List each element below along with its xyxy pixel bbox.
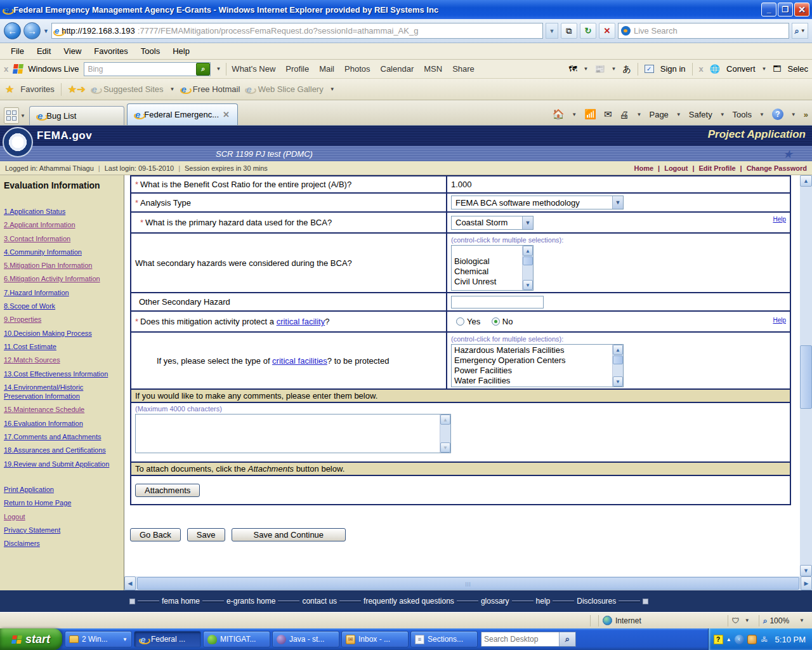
fema-brand[interactable]: FEMA.gov xyxy=(37,129,92,142)
footer-link[interactable]: Disclosures xyxy=(574,597,619,606)
address-dropdown[interactable]: ▼ xyxy=(546,23,558,39)
live-link[interactable]: Mail xyxy=(319,64,334,74)
desktop-search-icon[interactable]: ⌕ xyxy=(559,632,575,646)
select-link[interactable]: Selec xyxy=(787,64,808,74)
taskbar-group-windows[interactable]: 2 Win...▼ xyxy=(65,631,132,647)
stop-button[interactable]: ✕ xyxy=(599,23,615,39)
live-link[interactable]: Photos xyxy=(344,64,370,74)
go-back-button[interactable]: Go Back xyxy=(130,528,181,541)
footer-link[interactable]: frequently asked questions xyxy=(361,597,457,606)
sidebar-footer-item[interactable]: Privacy Statement xyxy=(4,526,120,534)
sidebar-item[interactable]: 3.Contact Information xyxy=(4,234,120,243)
save-and-continue-button[interactable]: Save and Continue xyxy=(232,528,346,541)
horizontal-scrollbar[interactable]: ◀ ||| ▶ xyxy=(124,576,812,590)
scroll-down-icon[interactable]: ▼ xyxy=(800,565,812,576)
scroll-up-icon[interactable]: ▲ xyxy=(523,246,533,256)
close-button[interactable]: ✕ xyxy=(794,3,809,17)
close-convert-icon[interactable]: x xyxy=(699,64,704,74)
live-search-box[interactable] xyxy=(618,23,789,39)
sidebar-footer-item[interactable]: Logout xyxy=(4,512,120,521)
page-menu[interactable]: Page xyxy=(649,110,668,119)
tab-close-icon[interactable]: ✕ xyxy=(223,110,230,119)
live-link[interactable]: What's New xyxy=(232,64,275,74)
footer-link[interactable]: help xyxy=(534,597,553,606)
vertical-scrollbar[interactable]: ▲ ▼ xyxy=(800,175,812,576)
listbox-scrollbar[interactable]: ▲ ▼ xyxy=(522,246,533,290)
listbox-option[interactable]: Emergency Operation Centers xyxy=(454,355,610,366)
sidebar-item[interactable]: 4.Community Information xyxy=(4,248,120,256)
taskbar-item-mitigation[interactable]: MITIGAT... xyxy=(203,631,270,647)
radio-yes[interactable] xyxy=(456,317,464,326)
sidebar-item[interactable]: 14.Environmental/Historic Preservation I… xyxy=(4,383,120,401)
listbox-scrollbar[interactable]: ▲ ▼ xyxy=(612,345,623,387)
tray-back-icon[interactable]: ‹ xyxy=(735,635,744,644)
radio-yes-label[interactable]: Yes xyxy=(467,317,480,326)
search-options-dropdown[interactable]: ▼ xyxy=(801,28,806,34)
zoom-level[interactable]: 100% xyxy=(769,616,789,625)
compatibility-view-icon[interactable]: ⧉ xyxy=(561,23,577,39)
listbox-option[interactable]: Civil Unrest xyxy=(454,277,520,287)
sign-in-link[interactable]: Sign in xyxy=(660,64,686,74)
desktop-search-input[interactable] xyxy=(481,635,559,644)
home-icon[interactable]: 🏠 xyxy=(553,109,565,120)
listbox-option[interactable]: Biological xyxy=(454,256,520,267)
taskbar-item-java[interactable]: Java - st... xyxy=(272,631,339,647)
live-search-input[interactable] xyxy=(634,26,786,36)
footer-link[interactable]: fema home xyxy=(159,597,202,606)
sidebar-item[interactable]: 9.Properties xyxy=(4,315,120,324)
add-favorite-icon[interactable]: ★➔ xyxy=(68,83,86,95)
bing-dropdown[interactable]: ▼ xyxy=(216,66,221,72)
tab-list-dropdown[interactable]: ▼ xyxy=(20,113,25,119)
chevron-down-icon[interactable]: ▼ xyxy=(522,216,533,229)
scroll-left-icon[interactable]: ◀ xyxy=(124,576,136,590)
sidebar-footer-item[interactable]: Return to Home Page xyxy=(4,498,120,507)
scroll-up-icon[interactable]: ▲ xyxy=(613,345,623,355)
live-link[interactable]: Calendar xyxy=(381,64,414,74)
live-link[interactable]: MSN xyxy=(424,64,442,74)
refresh-button[interactable]: ↻ xyxy=(580,23,596,39)
sidebar-item[interactable]: 5.Mitigation Plan Information xyxy=(4,261,120,270)
attachments-button[interactable]: Attachments xyxy=(135,484,200,497)
bing-search-box[interactable]: ⌕ xyxy=(84,62,211,76)
tab-bug-list[interactable]: e Bug List xyxy=(29,106,124,125)
scrollbar-thumb[interactable] xyxy=(800,345,812,409)
print-icon[interactable]: 🖨 xyxy=(620,109,629,120)
sidebar-item[interactable]: 1.Application Status xyxy=(4,207,120,216)
taskbar-item-inbox[interactable]: ✉Inbox - ... xyxy=(341,631,409,647)
live-link[interactable]: Profile xyxy=(285,64,309,74)
radio-no[interactable] xyxy=(492,317,500,326)
quick-tabs-icon[interactable] xyxy=(4,107,19,124)
comments-textarea[interactable] xyxy=(136,415,440,453)
close-toolbar-icon[interactable]: x xyxy=(4,64,8,74)
analysis-type-select[interactable]: FEMA BCA software methodology▼ xyxy=(451,196,624,209)
menu-item[interactable]: File xyxy=(5,44,30,58)
group-dropdown-icon[interactable]: ▼ xyxy=(122,637,128,642)
restore-button[interactable]: ❐ xyxy=(778,3,793,17)
feeds-icon[interactable]: 📶 xyxy=(584,109,596,120)
sidebar-item[interactable]: 6.Mitigation Activity Information xyxy=(4,274,120,283)
forward-button[interactable]: → xyxy=(23,22,41,39)
logout-link[interactable]: Logout xyxy=(664,164,688,172)
web-slice-link[interactable]: Web Slice Gallery xyxy=(258,84,324,94)
sidebar-item[interactable]: 10.Decision Making Process xyxy=(4,329,120,338)
sidebar-item[interactable]: 2.Applicant Information xyxy=(4,220,120,229)
primary-hazard-select[interactable]: Coastal Storm▼ xyxy=(451,216,534,230)
tray-clock-icon[interactable] xyxy=(747,635,757,644)
sidebar-footer-item[interactable]: Print Application xyxy=(4,485,120,494)
scrollbar-thumb[interactable]: ||| xyxy=(137,577,799,590)
live-link[interactable]: Share xyxy=(452,64,475,74)
footer-link[interactable]: contact us xyxy=(299,597,339,606)
scroll-up-icon[interactable]: ▲ xyxy=(440,415,450,425)
url-field[interactable]: e http://192.168.3.193:7777/FEMAMitigati… xyxy=(51,23,543,39)
search-button[interactable]: ⌕▼ xyxy=(792,23,808,39)
radio-no-label[interactable]: No xyxy=(502,317,513,326)
scroll-down-icon[interactable]: ▼ xyxy=(523,280,533,290)
free-hotmail-link[interactable]: Free Hotmail xyxy=(193,84,240,94)
sidebar-item[interactable]: 15.Maintenance Schedule xyxy=(4,405,120,414)
edit-profile-link[interactable]: Edit Profile xyxy=(699,164,736,172)
footer-link[interactable]: e-grants home xyxy=(224,597,278,606)
menu-item[interactable]: Edit xyxy=(31,44,56,58)
scroll-up-icon[interactable]: ▲ xyxy=(800,175,812,187)
network-icon[interactable]: 🖧 xyxy=(760,635,769,644)
help-link[interactable]: Help xyxy=(773,216,786,223)
